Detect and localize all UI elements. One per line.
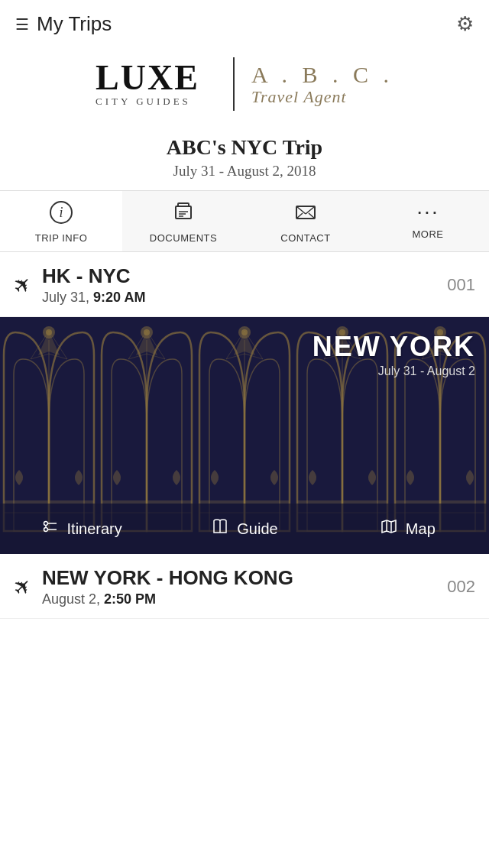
contact-icon	[293, 200, 318, 228]
map-button[interactable]: Map	[326, 504, 489, 554]
tab-bar: i TRIP INFO DOCUMENTS CONT	[0, 190, 489, 252]
flight-outbound-date: July 31, 9:20 AM	[42, 290, 447, 306]
outbound-flight-row[interactable]: ✈ HK - NYC July 31, 9:20 AM 001	[0, 252, 489, 317]
top-bar-left: ☰ My Trips	[15, 12, 112, 36]
svg-point-20	[44, 522, 47, 526]
documents-icon	[171, 200, 196, 228]
svg-point-21	[44, 528, 47, 532]
tab-contact[interactable]: CONTACT	[244, 191, 367, 251]
page-title: My Trips	[37, 12, 112, 36]
flight-outbound-number: 001	[447, 275, 475, 295]
svg-line-9	[306, 206, 315, 214]
itinerary-icon	[41, 517, 60, 540]
tab-more[interactable]: ··· MORE	[367, 191, 489, 251]
flight-outbound-info: HK - NYC July 31, 9:20 AM	[42, 264, 447, 306]
flight-outbound-icon: ✈	[8, 270, 38, 300]
flight-return-info: NEW YORK - HONG KONG August 2, 2:50 PM	[42, 566, 447, 607]
svg-text:i: i	[59, 205, 63, 220]
tab-trip-info-label: TRIP INFO	[35, 232, 88, 244]
luxe-main-text: LUXE	[96, 60, 199, 96]
logo-area: LUXE CITY GUIDES A . B . C . Travel Agen…	[0, 44, 489, 128]
city-card-dates: July 31 - August 2	[313, 364, 475, 378]
svg-line-10	[296, 213, 303, 219]
luxe-logo: LUXE CITY GUIDES	[96, 60, 216, 108]
map-icon	[380, 517, 398, 540]
city-card-overlay: NEW YORK July 31 - August 2	[313, 331, 475, 378]
trip-title: ABC's NYC Trip	[15, 135, 474, 160]
trip-dates: July 31 - August 2, 2018	[15, 163, 474, 180]
tab-documents-label: DOCUMENTS	[150, 232, 217, 244]
info-icon: i	[49, 200, 73, 228]
settings-icon[interactable]: ⚙	[456, 12, 474, 36]
tab-more-label: MORE	[413, 228, 444, 240]
itinerary-button[interactable]: Itinerary	[0, 504, 163, 554]
guide-icon	[211, 517, 229, 540]
city-card-actions: Itinerary Guide Map	[0, 504, 489, 554]
abc-logo: A . B . C . Travel Agent	[251, 62, 393, 107]
flight-return-date: August 2, 2:50 PM	[42, 591, 447, 607]
itinerary-label: Itinerary	[67, 520, 122, 538]
svg-line-8	[296, 206, 306, 214]
map-label: Map	[406, 520, 436, 538]
tab-documents[interactable]: DOCUMENTS	[122, 191, 244, 251]
menu-icon[interactable]: ☰	[15, 15, 29, 34]
abc-sub-text: Travel Agent	[251, 87, 347, 107]
logo-divider	[233, 57, 235, 111]
trip-title-area: ABC's NYC Trip July 31 - August 2, 2018	[0, 128, 489, 190]
guide-button[interactable]: Guide	[163, 504, 325, 554]
tab-contact-label: CONTACT	[280, 232, 330, 244]
city-card: NEW YORK July 31 - August 2 Itinerary	[0, 317, 489, 554]
luxe-sub-text: CITY GUIDES	[96, 96, 191, 108]
guide-label: Guide	[237, 520, 277, 538]
svg-line-11	[309, 213, 315, 219]
flight-return-number: 002	[447, 577, 475, 597]
city-name: NEW YORK	[313, 331, 475, 363]
flight-return-icon: ✈	[8, 572, 38, 602]
flight-outbound-route: HK - NYC	[42, 264, 447, 288]
top-bar: ☰ My Trips ⚙	[0, 0, 489, 44]
flight-return-route: NEW YORK - HONG KONG	[42, 566, 447, 590]
more-icon: ···	[416, 200, 439, 224]
tab-trip-info[interactable]: i TRIP INFO	[0, 191, 122, 251]
abc-main-text: A . B . C .	[251, 62, 393, 87]
return-flight-row[interactable]: ✈ NEW YORK - HONG KONG August 2, 2:50 PM…	[0, 554, 489, 619]
svg-rect-3	[178, 203, 189, 206]
